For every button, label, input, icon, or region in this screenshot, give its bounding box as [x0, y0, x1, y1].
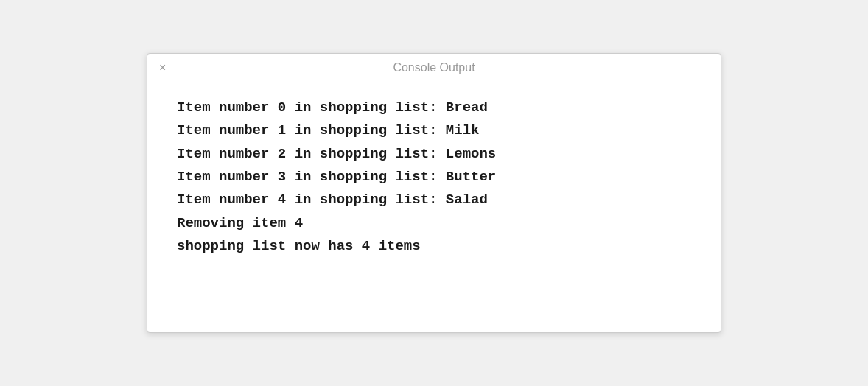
- console-line: Item number 1 in shopping list: Milk: [177, 119, 691, 142]
- console-line: Item number 4 in shopping list: Salad: [177, 189, 691, 211]
- console-line: shopping list now has 4 items: [177, 235, 691, 258]
- console-line: Item number 2 in shopping list: Lemons: [177, 143, 691, 166]
- console-line: Removing item 4: [177, 212, 691, 235]
- console-body: Item number 0 in shopping list: BreadIte…: [147, 82, 721, 280]
- console-line: Item number 0 in shopping list: Bread: [177, 96, 691, 119]
- close-button[interactable]: ×: [159, 62, 166, 74]
- window-title: Console Output: [393, 61, 475, 74]
- title-bar: × Console Output: [147, 54, 721, 82]
- console-window: × Console Output Item number 0 in shoppi…: [147, 53, 721, 333]
- console-line: Item number 3 in shopping list: Butter: [177, 166, 691, 189]
